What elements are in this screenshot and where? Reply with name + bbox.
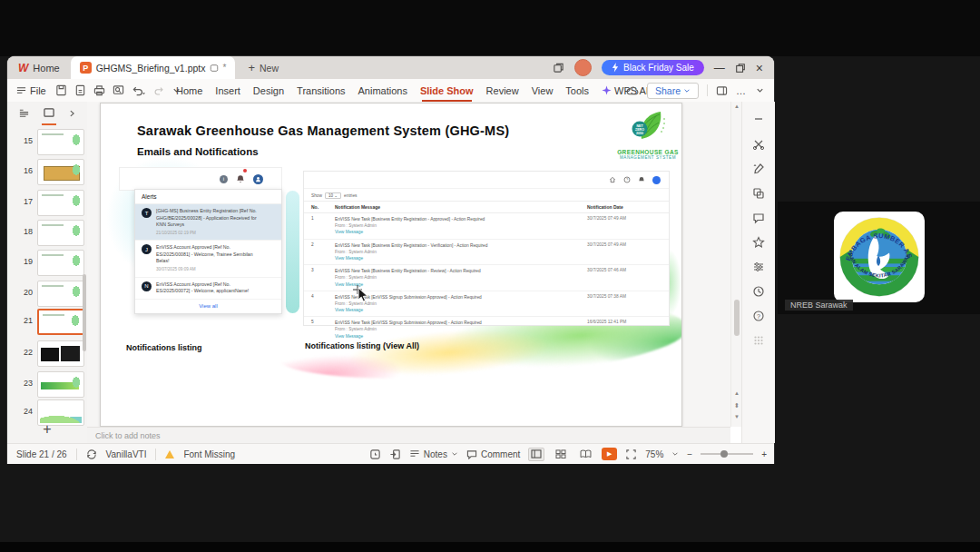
thumbnail-panel-scrollbar[interactable] bbox=[83, 274, 86, 351]
slides-view-icon[interactable] bbox=[43, 105, 55, 122]
caption-notifications-listing-view-all[interactable]: Notifications listing (View All) bbox=[305, 341, 419, 350]
expand-panel-chevron-icon[interactable] bbox=[68, 109, 76, 118]
alerts-view-all-link: View all bbox=[135, 300, 281, 313]
slide-thumbnail-16[interactable] bbox=[37, 159, 84, 185]
comment-bubble-icon[interactable] bbox=[752, 212, 765, 224]
menu-design[interactable]: Design bbox=[252, 84, 285, 97]
slide-thumbnail-23[interactable] bbox=[37, 371, 84, 398]
font-missing-label[interactable]: Font Missing bbox=[183, 449, 235, 459]
fit-slide-icon[interactable] bbox=[625, 448, 637, 460]
scissors-tools-icon[interactable] bbox=[752, 138, 765, 151]
edit-effects-icon[interactable] bbox=[752, 163, 765, 175]
slide-thumbnail-21-selected[interactable] bbox=[37, 309, 84, 335]
cloud-sync-icon[interactable] bbox=[626, 85, 639, 96]
help-icon[interactable]: ? bbox=[752, 310, 765, 322]
ghgms-logo[interactable]: NET ZERO 2050 GREENHOUSE GAS MANAGEMENT … bbox=[609, 108, 682, 160]
zoom-caret-icon[interactable] bbox=[671, 450, 679, 458]
output-pdf-icon[interactable] bbox=[74, 84, 86, 96]
outline-view-icon[interactable] bbox=[18, 108, 30, 119]
menu-view[interactable]: View bbox=[531, 84, 554, 97]
sparkle-icon bbox=[602, 85, 612, 95]
ribbon-layout-icon[interactable] bbox=[716, 85, 728, 96]
video-participant-tile[interactable]: LEMBAGA SUMBER ASLI DAN ALAM SEKITAR SAR… bbox=[778, 202, 980, 314]
thumbnail-row[interactable]: 20 bbox=[7, 281, 87, 309]
nreb-emblem-icon: LEMBAGA SUMBER ASLI DAN ALAM SEKITAR SAR… bbox=[838, 215, 921, 299]
notes-toggle[interactable]: Notes bbox=[409, 449, 458, 459]
zoom-slider-handle[interactable] bbox=[720, 450, 728, 458]
thumbnail-row[interactable]: 23 bbox=[7, 371, 87, 399]
reading-view-button[interactable] bbox=[577, 448, 593, 461]
undo-icon[interactable] bbox=[132, 84, 145, 96]
zoom-slider[interactable] bbox=[701, 453, 753, 455]
settings-sliders-icon[interactable] bbox=[752, 261, 765, 273]
task-pane-icon[interactable] bbox=[369, 448, 381, 460]
home-tab[interactable]: W Home bbox=[7, 56, 71, 79]
thumbnail-row[interactable]: 22 bbox=[7, 340, 87, 369]
print-icon[interactable] bbox=[93, 84, 105, 96]
collapse-rail-icon[interactable] bbox=[752, 113, 765, 125]
more-options-icon[interactable]: … bbox=[736, 85, 747, 96]
slide-sorter-view-button[interactable] bbox=[553, 448, 569, 461]
thumbnail-row[interactable]: 17 bbox=[7, 190, 87, 218]
add-slide-button[interactable]: + bbox=[7, 421, 87, 438]
menu-insert[interactable]: Insert bbox=[214, 84, 241, 97]
theme-icon[interactable] bbox=[86, 449, 97, 459]
thumbnail-row[interactable]: 21 bbox=[7, 309, 87, 337]
shapes-icon[interactable] bbox=[752, 187, 765, 200]
slide-title[interactable]: Sarawak Greenhouse Gas Management System… bbox=[137, 123, 509, 138]
history-clock-icon[interactable] bbox=[752, 285, 765, 298]
menu-home[interactable]: Home bbox=[175, 84, 203, 97]
account-avatar[interactable] bbox=[574, 59, 592, 76]
svg-text:?: ? bbox=[757, 313, 760, 320]
menu-slide-show[interactable]: Slide Show bbox=[419, 84, 475, 97]
alerts-header: Alerts bbox=[135, 190, 281, 204]
logo-name-line2: MANAGEMENT SYSTEM bbox=[609, 155, 682, 160]
slideshow-play-button[interactable]: ▶ bbox=[602, 448, 617, 460]
comment-button[interactable]: Comment bbox=[466, 449, 520, 459]
scrollbar-thumb[interactable] bbox=[734, 300, 740, 336]
apps-grid-icon[interactable] bbox=[752, 334, 765, 347]
notes-input[interactable]: Click to add notes bbox=[87, 427, 730, 443]
zoom-out-button[interactable]: − bbox=[687, 449, 692, 459]
zoom-in-button[interactable]: + bbox=[761, 449, 767, 459]
menu-tools[interactable]: Tools bbox=[564, 84, 590, 97]
collapse-ribbon-chevron-icon[interactable] bbox=[755, 85, 765, 95]
black-friday-sale-button[interactable]: Black Friday Sale bbox=[602, 60, 704, 75]
table-header-row: No. Notification Message Notification Da… bbox=[304, 201, 669, 213]
tab-list-icon[interactable] bbox=[553, 62, 564, 74]
menu-review[interactable]: Review bbox=[485, 84, 520, 97]
alert-item: T [GHG-MS] Business Entity Registration … bbox=[135, 204, 281, 241]
slide-thumbnail-15[interactable] bbox=[37, 129, 84, 155]
new-tab-button[interactable]: + New bbox=[248, 61, 279, 74]
thumbnail-row[interactable]: 15 bbox=[7, 129, 87, 157]
print-preview-icon[interactable] bbox=[113, 84, 124, 96]
thumbnail-row[interactable]: 16 bbox=[7, 159, 87, 187]
theme-name[interactable]: VanillaVTI bbox=[106, 449, 147, 459]
tab-sync-icon[interactable] bbox=[210, 64, 219, 73]
zoom-level[interactable]: 75% bbox=[645, 449, 663, 459]
menu-animations[interactable]: Animations bbox=[358, 84, 408, 97]
slide-subtitle[interactable]: Emails and Notifications bbox=[137, 146, 259, 157]
slide-thumbnail-19[interactable] bbox=[37, 250, 84, 276]
menu-transitions[interactable]: Transitions bbox=[296, 84, 346, 97]
minimize-button[interactable]: — bbox=[714, 63, 725, 74]
file-menu[interactable]: File bbox=[7, 85, 54, 96]
favorites-star-icon[interactable] bbox=[752, 236, 765, 249]
slide-thumbnail-17[interactable] bbox=[37, 190, 84, 216]
thumbnail-row[interactable]: 18 bbox=[7, 220, 87, 248]
present-to-screen-icon[interactable] bbox=[389, 448, 401, 460]
document-tab[interactable]: P GHGMS_Briefing_v1.pptx * bbox=[71, 56, 236, 79]
slide-thumbnail-20[interactable] bbox=[37, 281, 84, 307]
slide-thumbnail-18[interactable] bbox=[37, 220, 84, 246]
wps-logo-icon: W bbox=[18, 62, 28, 74]
redo-icon[interactable] bbox=[152, 84, 164, 96]
share-button[interactable]: Share bbox=[647, 83, 699, 99]
slide-thumbnail-22[interactable] bbox=[37, 340, 84, 367]
restore-button[interactable] bbox=[735, 63, 746, 74]
thumbnail-row[interactable]: 19 bbox=[7, 250, 87, 278]
caption-notifications-listing[interactable]: Notifications listing bbox=[126, 343, 202, 352]
close-button[interactable]: × bbox=[756, 62, 763, 74]
save-icon[interactable] bbox=[55, 84, 67, 96]
slide-canvas[interactable]: Sarawak Greenhouse Gas Management System… bbox=[100, 103, 682, 427]
normal-view-button[interactable] bbox=[528, 448, 544, 461]
